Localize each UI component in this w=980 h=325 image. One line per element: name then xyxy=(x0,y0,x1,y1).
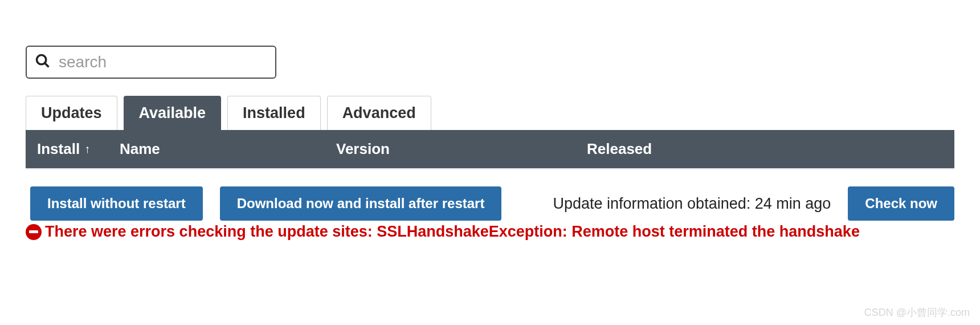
sort-ascending-icon: ↑ xyxy=(84,143,90,156)
error-message: There were errors checking the update si… xyxy=(45,223,860,241)
tab-updates[interactable]: Updates xyxy=(26,96,117,130)
svg-line-1 xyxy=(45,63,49,67)
check-now-button[interactable]: Check now xyxy=(848,186,954,221)
update-info-status: Update information obtained: 24 min ago xyxy=(553,195,831,213)
column-released[interactable]: Released xyxy=(587,140,943,158)
search-icon xyxy=(35,53,51,71)
download-install-after-restart-button[interactable]: Download now and install after restart xyxy=(220,186,502,221)
tab-advanced[interactable]: Advanced xyxy=(327,96,431,130)
search-box[interactable] xyxy=(26,46,276,79)
tab-available[interactable]: Available xyxy=(124,96,222,130)
column-name[interactable]: Name xyxy=(120,140,336,158)
error-row: There were errors checking the update si… xyxy=(26,223,954,241)
error-icon xyxy=(26,224,42,240)
action-row: Install without restart Download now and… xyxy=(26,186,954,221)
watermark: CSDN @小曾同学.com xyxy=(864,306,970,319)
column-install[interactable]: Install ↑ xyxy=(37,140,120,158)
column-version[interactable]: Version xyxy=(336,140,587,158)
tabs-bar: Updates Available Installed Advanced xyxy=(26,96,954,130)
tab-installed[interactable]: Installed xyxy=(227,96,321,130)
table-header: Install ↑ Name Version Released xyxy=(26,130,954,169)
column-install-label: Install xyxy=(37,140,80,158)
install-without-restart-button[interactable]: Install without restart xyxy=(30,186,203,221)
search-input[interactable] xyxy=(59,53,267,71)
svg-point-0 xyxy=(37,55,46,64)
